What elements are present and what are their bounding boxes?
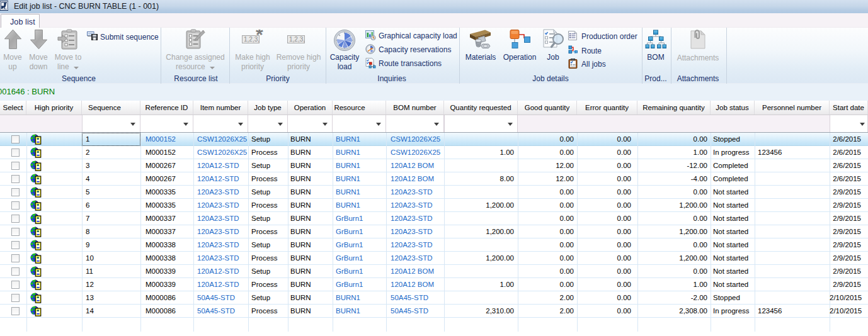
svg-text:*: * [256, 30, 263, 45]
svg-text:1,2,3,: 1,2,3, [289, 36, 305, 43]
